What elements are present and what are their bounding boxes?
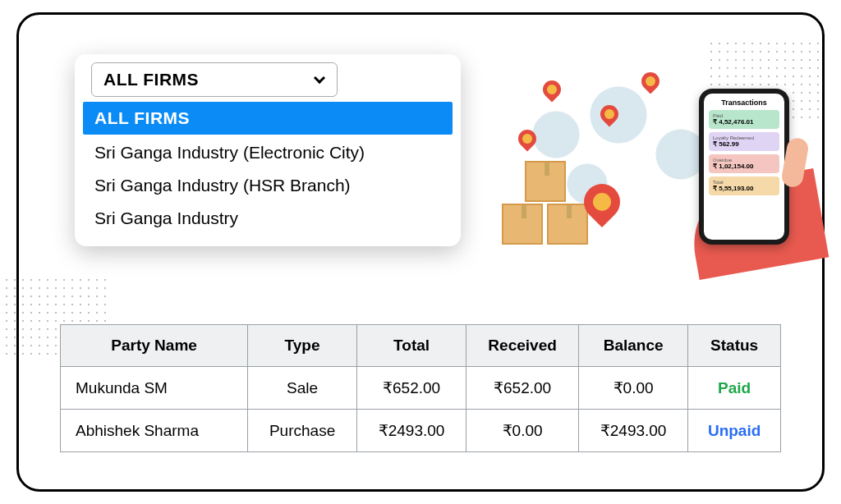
cell-party: Mukunda SM [61, 367, 248, 410]
cell-balance: ₹2493.00 [578, 410, 687, 452]
cell-status: Unpaid [688, 410, 781, 452]
firm-option[interactable]: Sri Ganga Industry [83, 202, 453, 235]
firm-select-label: ALL FIRMS [103, 70, 199, 89]
cell-type: Purchase [248, 410, 357, 452]
hero-illustration: Transactions Paid ₹ 4,52,476.01 Loyalty … [494, 56, 806, 253]
col-type: Type [248, 325, 357, 367]
chevron-down-icon [314, 72, 325, 84]
cell-status: Paid [688, 367, 781, 410]
cell-balance: ₹0.00 [578, 367, 687, 410]
phone-stat: Loyalty Redeemed ₹ 562.99 [709, 132, 779, 151]
phone-stat: Total ₹ 5,55,193.00 [709, 176, 779, 195]
cell-received: ₹652.00 [466, 367, 579, 410]
firm-option-all[interactable]: ALL FIRMS [83, 102, 453, 135]
cell-total: ₹2493.00 [356, 410, 466, 452]
firm-option[interactable]: Sri Ganga Industry (Electronic City) [83, 136, 453, 169]
cell-type: Sale [248, 367, 357, 410]
cell-party: Abhishek Sharma [61, 410, 248, 452]
firm-dropdown-panel: ALL FIRMS ALL FIRMS Sri Ganga Industry (… [75, 54, 461, 246]
cell-total: ₹652.00 [356, 367, 466, 410]
table-row[interactable]: Mukunda SM Sale ₹652.00 ₹652.00 ₹0.00 Pa… [61, 367, 781, 410]
status-badge: Unpaid [708, 422, 761, 439]
col-status: Status [688, 325, 781, 367]
firm-select[interactable]: ALL FIRMS [91, 62, 338, 97]
firm-option[interactable]: Sri Ganga Industry (HSR Branch) [83, 169, 453, 202]
hand-holding-phone-icon: Transactions Paid ₹ 4,52,476.01 Loyalty … [658, 105, 822, 269]
cell-received: ₹0.00 [466, 410, 579, 452]
col-total: Total [356, 325, 466, 367]
packages-icon [502, 163, 592, 245]
col-balance: Balance [578, 325, 687, 367]
col-party-name: Party Name [61, 325, 248, 367]
table-row[interactable]: Abhishek Sharma Purchase ₹2493.00 ₹0.00 … [61, 410, 781, 452]
col-received: Received [466, 325, 579, 367]
phone-mockup: Transactions Paid ₹ 4,52,476.01 Loyalty … [699, 89, 789, 245]
transactions-table-wrap: Party Name Type Total Received Balance S… [60, 324, 781, 452]
phone-title: Transactions [709, 99, 779, 107]
status-badge: Paid [718, 379, 751, 396]
transactions-table: Party Name Type Total Received Balance S… [60, 324, 781, 452]
phone-stat: Overdue ₹ 1,02,154.00 [709, 154, 779, 173]
main-card: ALL FIRMS ALL FIRMS Sri Ganga Industry (… [16, 12, 825, 492]
phone-stat: Paid ₹ 4,52,476.01 [709, 110, 779, 129]
